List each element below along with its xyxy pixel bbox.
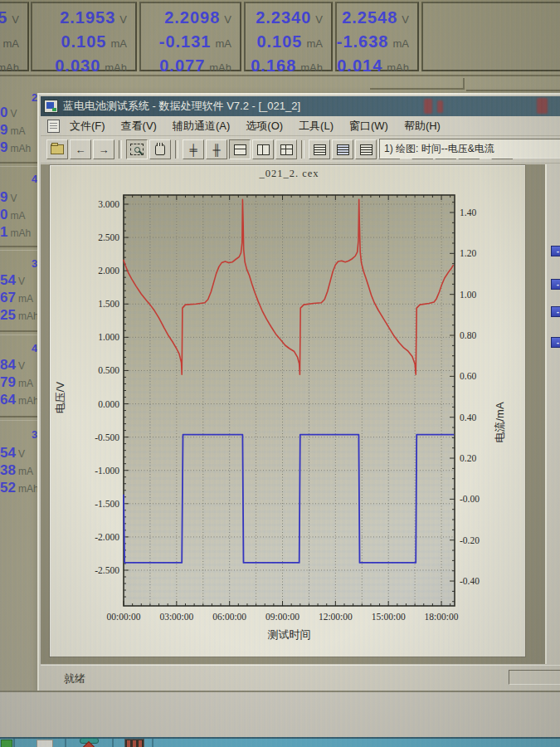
svg-text:测试时间: 测试时间 bbox=[268, 628, 311, 641]
svg-text:3.000: 3.000 bbox=[98, 199, 119, 209]
svg-text:1.40: 1.40 bbox=[460, 208, 476, 217]
menu-tools[interactable]: 工具(L) bbox=[299, 119, 334, 134]
data-table-button[interactable] bbox=[309, 139, 330, 159]
channel-readouts: 5V 7mA 2mAh 2.1953V 0.105mA 0.030mAh 2.2… bbox=[0, 0, 560, 76]
current-value: 0.105 bbox=[256, 32, 302, 51]
svg-text:-0.500: -0.500 bbox=[95, 432, 119, 442]
capacity-value: 0.014 bbox=[337, 56, 382, 75]
svg-text:-0.00: -0.00 bbox=[460, 494, 480, 504]
channel-panel-3: 2.2340V 0.105mA 0.168mAh bbox=[244, 2, 333, 71]
voltage-value: 2.2340 bbox=[256, 8, 311, 27]
toolbar-separator bbox=[119, 140, 122, 159]
current-value: 0.105 bbox=[61, 32, 106, 51]
current-value: -1.638 bbox=[337, 32, 389, 51]
svg-text:1.00: 1.00 bbox=[460, 290, 476, 300]
menu-file[interactable]: 文件(F) bbox=[70, 119, 105, 134]
svg-text:1.20: 1.20 bbox=[460, 248, 476, 258]
svg-text:-0.20: -0.20 bbox=[460, 535, 480, 545]
divider bbox=[0, 162, 38, 167]
menu-window[interactable]: 窗口(W) bbox=[349, 119, 388, 134]
screen-artifact bbox=[437, 100, 443, 113]
svg-text:0.60: 0.60 bbox=[460, 371, 476, 381]
toolbar-separator bbox=[175, 140, 178, 159]
svg-text:-2.000: -2.000 bbox=[95, 532, 119, 542]
zoom-select-icon bbox=[130, 144, 144, 155]
channel-panel-1: 2.1953V 0.105mA 0.030mAh bbox=[31, 2, 137, 71]
svg-text:03:00:00: 03:00:00 bbox=[159, 612, 193, 622]
capacity-value: 0.030 bbox=[55, 56, 100, 75]
svg-text:-2.500: -2.500 bbox=[95, 565, 119, 575]
voltage-value: 2.2098 bbox=[164, 8, 220, 27]
left-channel-readouts: 2 0V 9mA 9mAh 4 9V 0mA 1mAh 3 54V 67mA 2… bbox=[0, 76, 38, 691]
svg-text:06:00:00: 06:00:00 bbox=[212, 612, 246, 622]
mdi-client-area: 00:00:0003:00:0006:00:0009:00:0012:00:00… bbox=[41, 164, 560, 664]
forward-button[interactable]: → bbox=[93, 139, 114, 159]
pan-button[interactable] bbox=[149, 139, 171, 159]
divider bbox=[13, 739, 15, 747]
hand-icon bbox=[155, 144, 165, 155]
svg-text:0.40: 0.40 bbox=[460, 413, 476, 422]
toolbar: ← → ╪ ╫ ? 1) 绘图: 时间--电压&电流 bbox=[41, 136, 560, 164]
open-button[interactable] bbox=[46, 139, 68, 159]
channel-mini-button[interactable]: - bbox=[551, 279, 560, 290]
title-bar[interactable]: 蓝电电池测试系统 - 数据处理软件 V7.2 - [_021_2] bbox=[41, 96, 560, 116]
menu-help[interactable]: 帮助(H) bbox=[404, 119, 441, 134]
left-readout-row: 0V 9mA 9mAh bbox=[0, 105, 38, 157]
capacity-value: 0.168 bbox=[251, 56, 296, 75]
svg-text:-1.000: -1.000 bbox=[95, 466, 119, 476]
table-icon bbox=[314, 144, 326, 155]
table-icon bbox=[360, 144, 373, 155]
fit-vertical-icon: ╫ bbox=[212, 144, 220, 155]
split-quad-button[interactable] bbox=[275, 139, 297, 159]
divider bbox=[152, 739, 153, 747]
svg-text:0.000: 0.000 bbox=[98, 399, 119, 409]
taskbar-green-icon[interactable] bbox=[1, 740, 12, 747]
channel-mini-button[interactable]: - bbox=[551, 246, 560, 256]
channel-panel-empty bbox=[421, 2, 560, 71]
photo-of-screen: 5V 7mA 2mAh 2.1953V 0.105mA 0.030mAh 2.2… bbox=[0, 0, 560, 747]
svg-text:电压/V: 电压/V bbox=[54, 382, 66, 414]
left-arrow-icon: ← bbox=[75, 144, 86, 155]
svg-text:18:00:00: 18:00:00 bbox=[425, 612, 459, 622]
menu-view[interactable]: 查看(V) bbox=[121, 119, 157, 134]
screen-artifact bbox=[537, 98, 548, 114]
voltage-value: 2.1953 bbox=[60, 8, 115, 27]
svg-text:_021_2. cex: _021_2. cex bbox=[258, 168, 319, 179]
menu-bar: 文件(F) 查看(V) 辅助通道(A) 选项(O) 工具(L) 窗口(W) 帮助… bbox=[41, 116, 560, 136]
capacity-value: 0.077 bbox=[159, 56, 205, 75]
toolbar-separator bbox=[301, 140, 304, 159]
panel-edge bbox=[466, 80, 560, 91]
plot-selector-combobox[interactable]: 1) 绘图: 时间--电压&电流 bbox=[379, 139, 560, 159]
right-pane: - - - - bbox=[545, 164, 560, 664]
zoom-select-button[interactable] bbox=[126, 139, 148, 159]
mdi-child-icon[interactable] bbox=[47, 120, 60, 133]
menu-aux-channel[interactable]: 辅助通道(A) bbox=[173, 119, 230, 134]
channel-mini-button[interactable]: - bbox=[551, 306, 560, 317]
menu-options[interactable]: 选项(O) bbox=[246, 119, 283, 134]
chart-canvas[interactable]: 00:00:0003:00:0006:00:0009:00:0012:00:00… bbox=[50, 165, 525, 657]
channel-mini-button[interactable]: - bbox=[551, 337, 560, 348]
fit-horizontal-button[interactable]: ╪ bbox=[183, 139, 204, 159]
background-band bbox=[0, 691, 560, 739]
svg-text:2.000: 2.000 bbox=[98, 266, 119, 276]
data-table-2-button[interactable] bbox=[332, 139, 353, 159]
fit-vertical-button[interactable]: ╫ bbox=[206, 139, 227, 159]
svg-text:1.000: 1.000 bbox=[98, 332, 119, 342]
split-vertical-button[interactable] bbox=[252, 139, 274, 159]
folder-icon bbox=[51, 144, 64, 154]
record-table-button[interactable] bbox=[355, 139, 377, 159]
svg-text:-1.500: -1.500 bbox=[95, 499, 119, 509]
status-message: 就绪 bbox=[64, 671, 85, 686]
taskbar-doc-icon[interactable] bbox=[37, 740, 53, 747]
app-icon bbox=[44, 100, 58, 113]
split-horizontal-icon bbox=[234, 144, 246, 155]
split-quad-icon bbox=[280, 144, 293, 155]
left-readout-row: 84V 79mA 64mAh bbox=[0, 357, 38, 409]
status-resize-panel bbox=[509, 670, 560, 685]
divider bbox=[112, 739, 114, 747]
back-button[interactable]: ← bbox=[70, 139, 91, 159]
split-horizontal-button[interactable] bbox=[229, 139, 251, 159]
taskbar-flowchart-icon[interactable] bbox=[79, 738, 99, 747]
taskbar-people-icon[interactable] bbox=[124, 739, 144, 747]
chart-child-window: 00:00:0003:00:0006:00:0009:00:0012:00:00… bbox=[49, 164, 526, 657]
